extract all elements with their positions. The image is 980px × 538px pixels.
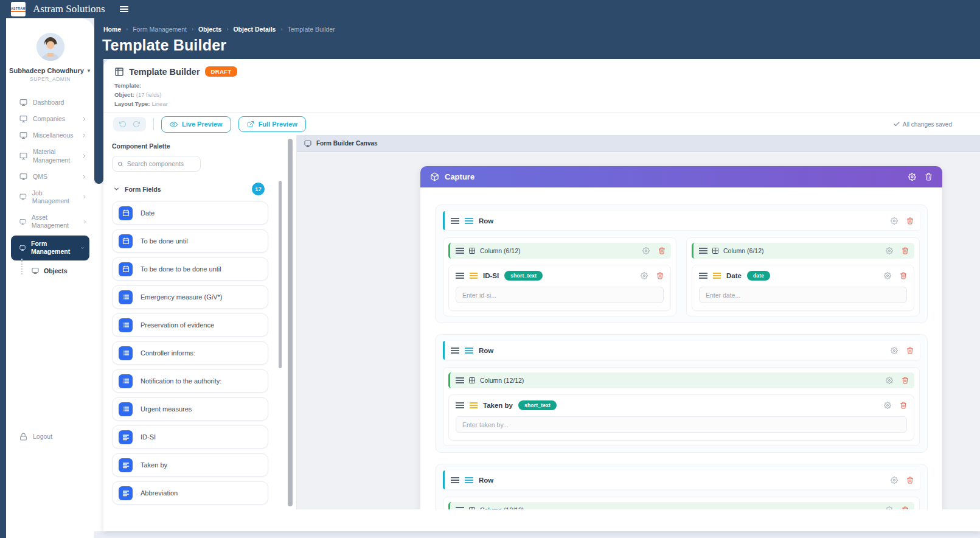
section-delete-icon[interactable] xyxy=(925,173,933,181)
row-delete-icon[interactable] xyxy=(906,477,914,484)
breadcrumb-home[interactable]: Home xyxy=(103,26,121,33)
row-settings-icon[interactable] xyxy=(891,217,898,225)
drag-handle-icon[interactable] xyxy=(451,477,459,483)
full-preview-label: Full Preview xyxy=(259,121,297,128)
drag-handle-icon[interactable] xyxy=(456,377,464,383)
sidebar-item-objects[interactable]: Objects xyxy=(6,262,94,279)
field-input-taken-by[interactable] xyxy=(456,416,907,433)
sidebar-item-label: Material Management xyxy=(33,148,75,164)
breadcrumb-form-management[interactable]: Form Management xyxy=(133,26,187,33)
search-input[interactable] xyxy=(127,160,195,167)
eye-icon xyxy=(170,121,178,128)
column-delete-icon[interactable] xyxy=(902,247,909,254)
sidebar-item-form-management[interactable]: Form Management xyxy=(11,236,89,260)
form-fields-group-toggle[interactable]: Form Fields 17 xyxy=(112,181,268,197)
external-link-icon xyxy=(247,121,254,128)
sidebar-item-companies[interactable]: Companies xyxy=(6,111,94,127)
drag-handle-icon[interactable] xyxy=(699,248,707,254)
palette-item-abbreviation[interactable]: Abbreviation xyxy=(112,481,268,505)
column-settings-icon[interactable] xyxy=(886,247,893,254)
full-preview-button[interactable]: Full Preview xyxy=(238,116,306,132)
drag-handle-icon[interactable] xyxy=(456,507,464,509)
builder-row: Row xyxy=(435,464,928,509)
palette-scrollbar[interactable] xyxy=(279,181,282,368)
palette-item-preservation-of-evidence[interactable]: Preservation of evidence xyxy=(112,313,268,337)
sidebar-item-miscellaneous[interactable]: Miscellaneous xyxy=(6,127,94,144)
column-settings-icon[interactable] xyxy=(886,377,893,384)
palette-item-controller-informs[interactable]: Controller informs: xyxy=(112,341,268,365)
field-settings-icon[interactable] xyxy=(641,272,648,279)
live-preview-button[interactable]: Live Preview xyxy=(161,116,231,133)
align-left-icon xyxy=(119,486,133,500)
sidebar-gutter-lower xyxy=(94,184,103,531)
palette-item-id-si[interactable]: ID-SI xyxy=(112,425,268,449)
avatar xyxy=(36,33,64,61)
palette-item-date[interactable]: Date xyxy=(112,201,268,225)
breadcrumb-objects[interactable]: Objects xyxy=(198,26,222,33)
column-label: Column (12/12) xyxy=(480,377,524,384)
palette-item-taken-by[interactable]: Taken by xyxy=(112,453,268,477)
builder-row: Row xyxy=(435,334,928,453)
field-card-date: Date date xyxy=(692,265,914,311)
canvas-header-label: Form Builder Canvas xyxy=(316,140,378,147)
field-delete-icon[interactable] xyxy=(900,272,907,279)
field-input-date[interactable] xyxy=(699,287,907,303)
sidebar-item-job-management[interactable]: Job Management xyxy=(6,185,94,209)
column-delete-icon[interactable] xyxy=(902,377,909,384)
palette-item-to-be-done-until[interactable]: To be done until xyxy=(112,229,268,253)
row-delete-icon[interactable] xyxy=(906,217,914,225)
field-card-taken-by: Taken by short_text xyxy=(448,394,914,441)
chevron-right-icon xyxy=(82,153,87,159)
field-delete-icon[interactable] xyxy=(900,402,907,409)
sidebar-item-dashboard[interactable]: Dashboard xyxy=(6,94,94,111)
drag-handle-icon[interactable] xyxy=(456,248,464,254)
monitor-icon xyxy=(32,267,39,274)
redo-icon[interactable] xyxy=(133,121,140,128)
drag-handle-icon[interactable] xyxy=(456,402,464,408)
palette-item-emergency-measure[interactable]: Emergency measure (GiV*) xyxy=(112,285,268,309)
drag-handle-icon[interactable] xyxy=(451,348,459,354)
column-settings-icon[interactable] xyxy=(642,247,650,254)
field-input-id-si[interactable] xyxy=(456,287,664,303)
main-scrollbar[interactable] xyxy=(288,139,293,506)
palette-item-urgent-measures[interactable]: Urgent measures xyxy=(112,397,268,421)
drag-handle-icon[interactable] xyxy=(451,218,459,224)
brand-logo: ASTRAM xyxy=(11,2,26,16)
row-lines-icon xyxy=(465,348,473,354)
palette-item-to-be-done-to-be-done-until[interactable]: To be done to be done until xyxy=(112,257,268,281)
undo-icon[interactable] xyxy=(119,121,127,128)
palette-item-notification-to-authority[interactable]: Notification to the authority: xyxy=(112,369,268,393)
row-lines-icon xyxy=(465,218,473,224)
sidebar-item-asset-management[interactable]: Asset Management xyxy=(6,209,94,234)
logout-button[interactable]: Logout xyxy=(6,428,94,445)
template-card-title: Template Builder xyxy=(129,67,200,77)
form-fields-group-label: Form Fields xyxy=(125,186,161,193)
capture-section: Capture Row xyxy=(420,166,942,509)
row-settings-icon[interactable] xyxy=(891,477,898,484)
column-delete-icon[interactable] xyxy=(902,506,909,509)
column-delete-icon[interactable] xyxy=(658,247,665,254)
builder-toolbar: Live Preview Full Preview All changes sa… xyxy=(103,112,980,136)
section-settings-icon[interactable] xyxy=(908,173,916,181)
row-settings-icon[interactable] xyxy=(891,347,898,354)
row-delete-icon[interactable] xyxy=(906,347,914,354)
monitor-icon xyxy=(19,131,27,139)
column-settings-icon[interactable] xyxy=(886,506,893,509)
drag-handle-icon[interactable] xyxy=(699,273,707,279)
sidebar-item-qms[interactable]: QMS xyxy=(6,169,94,185)
chevron-right-icon xyxy=(83,219,87,225)
breadcrumb-current: Template Builder xyxy=(287,26,335,33)
field-settings-icon[interactable] xyxy=(884,402,891,409)
column-label: Column (6/12) xyxy=(480,247,521,254)
hamburger-menu-icon[interactable] xyxy=(120,6,128,12)
grid-icon xyxy=(468,247,476,254)
user-menu[interactable]: Subhadeep Chowdhury ▼ xyxy=(6,67,94,74)
breadcrumb-object-details[interactable]: Object Details xyxy=(233,26,276,33)
drag-handle-icon[interactable] xyxy=(456,273,464,279)
column-header: Column (12/12) xyxy=(448,372,914,388)
meta-object: Object:(17 fields) xyxy=(114,91,969,98)
field-delete-icon[interactable] xyxy=(656,272,664,279)
field-settings-icon[interactable] xyxy=(884,272,891,279)
logout-label: Logout xyxy=(33,433,52,440)
sidebar-item-material-management[interactable]: Material Management xyxy=(6,144,94,168)
